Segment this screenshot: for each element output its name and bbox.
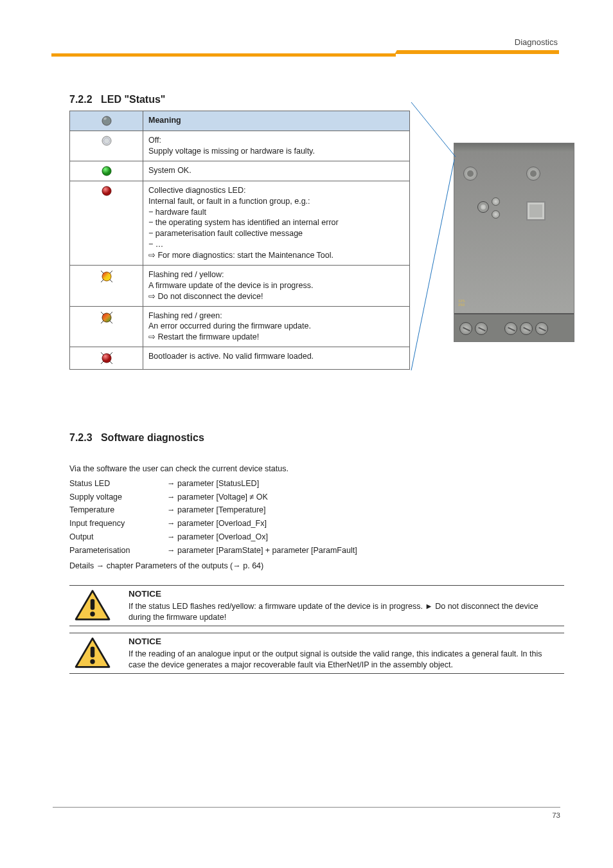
content-area: 7.2.2 LED "Status" Meaning Off:Supply vo… — [69, 94, 564, 674]
diag-item: Supply voltage — [69, 491, 161, 503]
device-diagram-wrap: 125.250 — [414, 111, 555, 406]
diag-item: Input frequency — [69, 518, 161, 530]
svg-point-20 — [102, 354, 111, 363]
table-row: Bootloader is active. No valid firmware … — [70, 347, 410, 370]
table-row: Off:Supply voltage is missing or hardwar… — [70, 131, 410, 161]
led-off-icon — [101, 135, 112, 147]
diag-item-value: → parameter [StatusLED] — [167, 478, 259, 490]
svg-line-16 — [101, 352, 103, 355]
table-cell: Off:Supply voltage is missing or hardwar… — [143, 131, 410, 161]
svg-line-13 — [101, 321, 103, 323]
header-accent-bar — [407, 50, 559, 54]
table-cell: System OK. — [143, 161, 410, 181]
svg-line-17 — [110, 352, 112, 355]
notice-1: NOTICE If the status LED flashes red/yel… — [69, 585, 564, 626]
svg-line-12 — [110, 312, 112, 314]
svg-point-4 — [102, 167, 111, 176]
notice-text: NOTICE If the status LED flashes red/yel… — [129, 588, 559, 623]
diag-intro: Via the software the user can check the … — [69, 463, 564, 475]
page-header: Diagnostics — [0, 0, 613, 60]
section-title: Software diagnostics — [101, 432, 204, 443]
page: Diagnostics 7.2.2 LED "Status" Meaning O… — [0, 0, 613, 868]
footer-page-number: 73 — [552, 811, 560, 819]
diag-item: Parameterisation — [69, 545, 161, 557]
table-cell: Flashing red / yellow: A firmware update… — [143, 265, 410, 306]
svg-point-25 — [90, 611, 94, 616]
svg-line-9 — [110, 280, 112, 282]
header-chapter: Diagnostics — [515, 37, 558, 47]
svg-rect-24 — [91, 599, 94, 610]
page-footer: 73 — [53, 807, 560, 819]
svg-point-15 — [102, 313, 111, 322]
svg-point-0 — [102, 116, 111, 125]
svg-line-18 — [101, 361, 103, 364]
section-number: 7.2.3 — [69, 432, 93, 443]
section-number: 7.2.2 — [69, 94, 93, 105]
section-title: LED "Status" — [101, 94, 166, 105]
notice-text: NOTICE If the reading of an analogue inp… — [129, 636, 559, 671]
led-green-icon — [101, 165, 112, 177]
table-row: Flashing red / green: An error occurred … — [70, 306, 410, 347]
table-cell: Collective diagnostics LED: Internal fau… — [143, 181, 410, 265]
sw-diag-body: Via the software the user can check the … — [69, 463, 564, 572]
section-heading-sw-diag: 7.2.3 Software diagnostics — [69, 432, 564, 444]
table-and-diagram: Meaning Off:Supply voltage is missing or… — [69, 111, 564, 406]
svg-line-11 — [101, 312, 103, 314]
led-redyellow-flash-icon — [100, 269, 114, 284]
warning-icon — [75, 590, 111, 622]
device-illustration: 125.250 — [454, 143, 574, 342]
led-red-icon — [101, 185, 112, 197]
diag-item: Temperature — [69, 504, 161, 516]
warning-icon — [75, 637, 111, 669]
table-header-meaning: Meaning — [143, 111, 410, 131]
led-header-icon — [101, 115, 112, 127]
svg-rect-27 — [91, 647, 94, 658]
svg-line-14 — [110, 321, 112, 323]
diag-item-value: → parameter [Overload_Ox] — [167, 531, 268, 543]
table-header-led — [70, 111, 143, 131]
diag-note: Details → chapter Parameters of the outp… — [69, 560, 564, 572]
svg-point-5 — [102, 186, 111, 195]
table-cell: Bootloader is active. No valid firmware … — [143, 347, 410, 370]
led-status-table: Meaning Off:Supply voltage is missing or… — [69, 111, 410, 370]
diag-item: Status LED — [69, 478, 161, 490]
diag-item-value: → parameter [Overload_Fx] — [167, 518, 267, 530]
svg-point-10 — [102, 272, 111, 281]
table-row: Collective diagnostics LED: Internal fau… — [70, 181, 410, 265]
table-row: System OK. — [70, 161, 410, 181]
svg-line-7 — [110, 271, 112, 273]
svg-line-8 — [101, 280, 103, 282]
section-heading-led-status: 7.2.2 LED "Status" — [69, 94, 564, 105]
svg-line-6 — [101, 271, 103, 273]
svg-point-28 — [90, 659, 94, 664]
notice-body: If the status LED flashes red/yellow: a … — [129, 602, 538, 622]
diag-item: Output — [69, 531, 161, 543]
diag-item-value: → parameter [Voltage] ≠ OK — [167, 491, 268, 503]
diag-item-value: → parameter [Temperature] — [167, 504, 266, 516]
diag-item-value: → parameter [ParamState] + parameter [Pa… — [167, 545, 357, 557]
notice-body: If the reading of an analogue input or t… — [129, 649, 542, 669]
led-redgreen-flash-icon — [100, 311, 114, 325]
notice-title: NOTICE — [129, 636, 559, 647]
notice-title: NOTICE — [129, 588, 559, 600]
led-red-flash-icon — [100, 351, 114, 365]
table-cell: Flashing red / green: An error occurred … — [143, 306, 410, 347]
notice-2: NOTICE If the reading of an analogue inp… — [69, 633, 564, 674]
svg-line-19 — [110, 361, 112, 364]
table-row: Flashing red / yellow: A firmware update… — [70, 265, 410, 306]
header-accent-bar — [51, 53, 396, 57]
